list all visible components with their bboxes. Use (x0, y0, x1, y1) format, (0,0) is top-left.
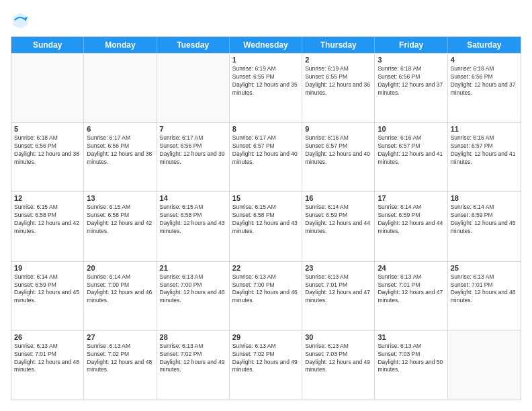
day-info: Sunrise: 6:16 AMSunset: 6:57 PMDaylight:… (305, 134, 371, 167)
day-cell-6: 6Sunrise: 6:17 AMSunset: 6:56 PMDaylight… (84, 123, 157, 191)
day-info: Sunrise: 6:13 AMSunset: 7:02 PMDaylight:… (87, 342, 153, 375)
day-cell-3: 3Sunrise: 6:18 AMSunset: 6:56 PMDaylight… (375, 54, 447, 122)
empty-cell (84, 54, 157, 122)
day-info: Sunrise: 6:18 AMSunset: 6:56 PMDaylight:… (14, 134, 81, 167)
day-cell-1: 1Sunrise: 6:19 AMSunset: 6:55 PMDaylight… (230, 54, 302, 122)
day-cell-23: 23Sunrise: 6:13 AMSunset: 7:01 PMDayligh… (302, 262, 375, 330)
day-info: Sunrise: 6:17 AMSunset: 6:57 PMDaylight:… (232, 134, 299, 167)
day-number: 31 (378, 333, 444, 341)
day-info: Sunrise: 6:13 AMSunset: 7:01 PMDaylight:… (14, 342, 81, 375)
day-number: 30 (305, 333, 371, 341)
day-number: 16 (305, 194, 371, 202)
day-number: 28 (160, 333, 226, 341)
day-cell-8: 8Sunrise: 6:17 AMSunset: 6:57 PMDaylight… (230, 123, 302, 191)
day-number: 19 (14, 264, 81, 272)
day-number: 11 (451, 125, 518, 133)
day-number: 29 (232, 333, 299, 341)
day-info: Sunrise: 6:18 AMSunset: 6:56 PMDaylight:… (451, 65, 518, 97)
day-info: Sunrise: 6:13 AMSunset: 7:00 PMDaylight:… (232, 273, 299, 306)
day-cell-16: 16Sunrise: 6:14 AMSunset: 6:59 PMDayligh… (302, 192, 375, 261)
day-cell-30: 30Sunrise: 6:13 AMSunset: 7:03 PMDayligh… (302, 331, 375, 400)
header-day-friday: Friday (375, 37, 447, 53)
logo-icon (11, 11, 30, 30)
day-info: Sunrise: 6:15 AMSunset: 6:58 PMDaylight:… (160, 203, 226, 236)
day-number: 12 (14, 194, 81, 202)
day-info: Sunrise: 6:14 AMSunset: 7:00 PMDaylight:… (87, 273, 153, 306)
day-cell-22: 22Sunrise: 6:13 AMSunset: 7:00 PMDayligh… (230, 262, 302, 330)
day-number: 27 (87, 333, 153, 341)
logo (11, 11, 32, 30)
day-cell-9: 9Sunrise: 6:16 AMSunset: 6:57 PMDaylight… (302, 123, 375, 191)
day-info: Sunrise: 6:19 AMSunset: 6:55 PMDaylight:… (305, 65, 371, 97)
header-day-monday: Monday (84, 37, 157, 53)
calendar: SundayMondayTuesdayWednesdayThursdayFrid… (11, 36, 521, 400)
day-cell-29: 29Sunrise: 6:13 AMSunset: 7:02 PMDayligh… (230, 331, 302, 400)
day-number: 2 (305, 56, 371, 64)
day-info: Sunrise: 6:15 AMSunset: 6:58 PMDaylight:… (232, 203, 299, 236)
day-info: Sunrise: 6:13 AMSunset: 7:03 PMDaylight:… (378, 342, 444, 375)
day-info: Sunrise: 6:18 AMSunset: 6:56 PMDaylight:… (378, 65, 444, 97)
day-info: Sunrise: 6:16 AMSunset: 6:57 PMDaylight:… (378, 134, 444, 167)
day-cell-26: 26Sunrise: 6:13 AMSunset: 7:01 PMDayligh… (11, 331, 84, 400)
calendar-header: SundayMondayTuesdayWednesdayThursdayFrid… (11, 37, 521, 53)
calendar-week-4: 19Sunrise: 6:14 AMSunset: 6:59 PMDayligh… (11, 261, 521, 330)
day-info: Sunrise: 6:13 AMSunset: 7:01 PMDaylight:… (305, 273, 371, 306)
day-number: 6 (87, 125, 153, 133)
day-info: Sunrise: 6:19 AMSunset: 6:55 PMDaylight:… (232, 65, 299, 97)
day-info: Sunrise: 6:14 AMSunset: 6:59 PMDaylight:… (378, 203, 444, 236)
header-day-sunday: Sunday (11, 37, 84, 53)
day-cell-12: 12Sunrise: 6:15 AMSunset: 6:58 PMDayligh… (11, 192, 84, 261)
day-cell-10: 10Sunrise: 6:16 AMSunset: 6:57 PMDayligh… (375, 123, 447, 191)
day-number: 21 (160, 264, 226, 272)
day-number: 24 (378, 264, 444, 272)
day-number: 17 (378, 194, 444, 202)
day-info: Sunrise: 6:15 AMSunset: 6:58 PMDaylight:… (87, 203, 153, 236)
day-number: 15 (232, 194, 299, 202)
day-cell-28: 28Sunrise: 6:13 AMSunset: 7:02 PMDayligh… (157, 331, 230, 400)
day-cell-25: 25Sunrise: 6:13 AMSunset: 7:01 PMDayligh… (448, 262, 521, 330)
day-info: Sunrise: 6:13 AMSunset: 7:00 PMDaylight:… (160, 273, 226, 306)
header-day-saturday: Saturday (448, 37, 521, 53)
header (11, 11, 521, 30)
day-number: 7 (160, 125, 226, 133)
day-cell-20: 20Sunrise: 6:14 AMSunset: 7:00 PMDayligh… (84, 262, 157, 330)
day-cell-24: 24Sunrise: 6:13 AMSunset: 7:01 PMDayligh… (375, 262, 447, 330)
day-info: Sunrise: 6:13 AMSunset: 7:02 PMDaylight:… (160, 342, 226, 375)
day-number: 13 (87, 194, 153, 202)
day-cell-7: 7Sunrise: 6:17 AMSunset: 6:56 PMDaylight… (157, 123, 230, 191)
day-info: Sunrise: 6:15 AMSunset: 6:58 PMDaylight:… (14, 203, 81, 236)
day-number: 22 (232, 264, 299, 272)
day-number: 9 (305, 125, 371, 133)
header-day-tuesday: Tuesday (157, 37, 230, 53)
day-cell-15: 15Sunrise: 6:15 AMSunset: 6:58 PMDayligh… (230, 192, 302, 261)
day-cell-13: 13Sunrise: 6:15 AMSunset: 6:58 PMDayligh… (84, 192, 157, 261)
day-cell-2: 2Sunrise: 6:19 AMSunset: 6:55 PMDaylight… (302, 54, 375, 122)
day-number: 5 (14, 125, 81, 133)
day-cell-11: 11Sunrise: 6:16 AMSunset: 6:57 PMDayligh… (448, 123, 521, 191)
day-number: 14 (160, 194, 226, 202)
day-number: 10 (378, 125, 444, 133)
day-info: Sunrise: 6:13 AMSunset: 7:02 PMDaylight:… (232, 342, 299, 375)
day-number: 25 (451, 264, 518, 272)
day-info: Sunrise: 6:13 AMSunset: 7:01 PMDaylight:… (451, 273, 518, 306)
day-info: Sunrise: 6:13 AMSunset: 7:01 PMDaylight:… (378, 273, 444, 306)
page: SundayMondayTuesdayWednesdayThursdayFrid… (0, 0, 532, 411)
day-cell-4: 4Sunrise: 6:18 AMSunset: 6:56 PMDaylight… (448, 54, 521, 122)
calendar-week-3: 12Sunrise: 6:15 AMSunset: 6:58 PMDayligh… (11, 191, 521, 261)
day-info: Sunrise: 6:14 AMSunset: 6:59 PMDaylight:… (14, 273, 81, 306)
empty-cell (448, 331, 521, 400)
day-number: 4 (451, 56, 518, 64)
day-number: 3 (378, 56, 444, 64)
day-cell-21: 21Sunrise: 6:13 AMSunset: 7:00 PMDayligh… (157, 262, 230, 330)
day-info: Sunrise: 6:14 AMSunset: 6:59 PMDaylight:… (305, 203, 371, 236)
day-cell-27: 27Sunrise: 6:13 AMSunset: 7:02 PMDayligh… (84, 331, 157, 400)
day-info: Sunrise: 6:17 AMSunset: 6:56 PMDaylight:… (160, 134, 226, 167)
day-cell-31: 31Sunrise: 6:13 AMSunset: 7:03 PMDayligh… (375, 331, 447, 400)
day-info: Sunrise: 6:16 AMSunset: 6:57 PMDaylight:… (451, 134, 518, 167)
day-number: 20 (87, 264, 153, 272)
day-number: 1 (232, 56, 299, 64)
calendar-week-5: 26Sunrise: 6:13 AMSunset: 7:01 PMDayligh… (11, 330, 521, 400)
calendar-week-2: 5Sunrise: 6:18 AMSunset: 6:56 PMDaylight… (11, 122, 521, 191)
calendar-body: 1Sunrise: 6:19 AMSunset: 6:55 PMDaylight… (11, 53, 521, 400)
header-day-wednesday: Wednesday (230, 37, 302, 53)
